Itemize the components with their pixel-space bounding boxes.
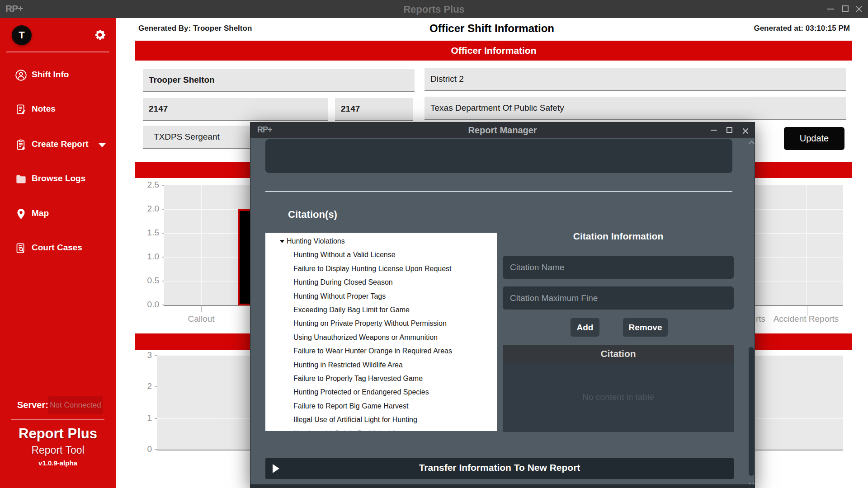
tree-item[interactable]: Failure to Display Hunting License Upon …: [265, 262, 482, 276]
close-icon: [855, 5, 863, 13]
citation-listbox: Hunting Violations Hunting Without a Val…: [265, 233, 497, 431]
folder-icon: [15, 173, 27, 185]
tree-item[interactable]: Hunting Without Proper Tags: [265, 290, 482, 303]
sidebar-item-notes[interactable]: Notes: [0, 99, 116, 119]
maximize-icon: [726, 127, 732, 133]
chart1-xlabel-callout: Callout: [179, 314, 224, 324]
sidebar-item-create-report[interactable]: Create Report: [0, 135, 116, 155]
tree-item[interactable]: Hunting with Bait in Prohibited Areas: [265, 427, 482, 431]
minimize-icon: [827, 9, 834, 9]
y-tick-label: 1: [125, 413, 152, 423]
tree-item-label: Hunting Without Proper Tags: [293, 290, 386, 303]
y-tick-mark: [162, 185, 164, 186]
sidebar-item-label: Notes: [32, 104, 56, 114]
citation-name-input[interactable]: [503, 256, 734, 279]
dialog-minimize-button[interactable]: [708, 124, 720, 136]
unit-number-field[interactable]: [335, 98, 413, 121]
tree-item-label: Hunting Without a Valid License: [293, 248, 396, 262]
tree-item-label: Hunting on Private Property Without Perm…: [293, 317, 447, 330]
tree-item-label: Hunting During Closed Season: [293, 276, 393, 289]
gridline-vertical: [201, 185, 202, 305]
generated-at-label: Generated at: 03:10:15 PM: [624, 24, 850, 33]
brand-subtitle: Report Tool: [0, 444, 116, 456]
district-field[interactable]: [425, 68, 846, 91]
sidebar-item-label: Create Report: [32, 139, 89, 149]
person-circle-icon: [15, 69, 27, 81]
dialog-close-button[interactable]: [739, 124, 751, 136]
y-tick-label: 0: [125, 444, 152, 454]
y-tick-label: 0.5: [132, 276, 159, 286]
citation-table: Citation No content in table: [503, 345, 734, 432]
tree-item-label: Hunting Protected or Endangered Species: [293, 385, 429, 399]
tree-item[interactable]: Failure to Properly Tag Harvested Game: [265, 372, 482, 385]
dialog-maximize-button[interactable]: [724, 124, 736, 136]
tree-item-label: Hunting in Restricted Wildlife Area: [293, 358, 403, 372]
minimize-icon: [711, 130, 717, 131]
tree-item[interactable]: Hunting on Private Property Without Perm…: [265, 317, 482, 330]
tree-item[interactable]: Hunting During Closed Season: [265, 276, 482, 289]
tree-root-hunting-violations[interactable]: Hunting Violations: [265, 235, 482, 248]
tree-item[interactable]: Illegal Use of Artificial Light for Hunt…: [265, 413, 482, 427]
court-doc-icon: [15, 242, 27, 254]
gear-icon[interactable]: [93, 28, 107, 42]
tree-item-label: Failure to Wear Hunter Orange in Require…: [293, 344, 452, 358]
tree-root-label: Hunting Violations: [287, 235, 345, 248]
tree-item[interactable]: Failure to Wear Hunter Orange in Require…: [265, 344, 482, 358]
citation-table-body: No content in table: [503, 362, 734, 432]
window-title: Reports Plus: [0, 4, 868, 15]
tree-item[interactable]: Using Unauthorized Weapons or Ammunition: [265, 331, 482, 344]
tree-item[interactable]: Hunting Protected or Endangered Species: [265, 385, 482, 399]
sidebar-item-map[interactable]: Map: [0, 204, 116, 224]
dialog-scrollbar-thumb[interactable]: [749, 347, 754, 476]
sidebar-item-label: Map: [32, 208, 49, 218]
tree-item-label: Failure to Report Big Game Harvest: [293, 399, 408, 413]
sidebar-item-shift-info[interactable]: Shift Info: [0, 65, 116, 85]
y-tick-label: 1.0: [132, 252, 159, 262]
table-empty-message: No content in table: [582, 392, 654, 402]
update-button[interactable]: Update: [784, 127, 844, 150]
officer-information-banner: Officer Information: [135, 41, 852, 61]
y-tick-label: 0.0: [132, 300, 159, 310]
add-button[interactable]: Add: [571, 318, 599, 337]
notes-icon: [15, 103, 27, 116]
tree-item-label: Using Unauthorized Weapons or Ammunition: [293, 331, 438, 344]
tree-item[interactable]: Hunting Without a Valid License: [265, 248, 482, 262]
tree-item[interactable]: Exceeding Daily Bag Limit for Game: [265, 303, 482, 317]
officer-name-field[interactable]: [143, 69, 415, 92]
tree-item[interactable]: Hunting in Restricted Wildlife Area: [265, 358, 482, 372]
sidebar-item-label: Browse Logs: [32, 174, 85, 183]
remove-button[interactable]: Remove: [623, 318, 668, 337]
chart1-xtick-callout: [201, 305, 202, 312]
close-button[interactable]: [852, 2, 866, 16]
department-field[interactable]: [425, 97, 846, 120]
server-label: Server:: [17, 400, 48, 410]
maximize-button[interactable]: [839, 2, 852, 16]
citation-information-heading: Citation Information: [503, 231, 734, 242]
tree-item-label: Hunting with Bait in Prohibited Areas: [293, 427, 410, 431]
badge-number-field[interactable]: [143, 98, 328, 121]
tree-item-label: Failure to Properly Tag Harvested Game: [293, 372, 423, 385]
y-tick-label: 2.5: [132, 180, 159, 190]
sidebar-divider-bottom: [11, 419, 104, 420]
y-tick-label: 2.0: [132, 204, 159, 214]
dialog-bottom-scrollbar[interactable]: [250, 484, 755, 488]
chevron-down-icon: [99, 143, 106, 147]
dialog-divider: [265, 191, 732, 192]
tree-item-label: Illegal Use of Artificial Light for Hunt…: [293, 413, 417, 427]
tree-item[interactable]: Failure to Report Big Game Harvest: [265, 399, 482, 413]
transfer-label: Transfer Information To New Report: [265, 462, 734, 473]
sidebar-divider-top: [6, 52, 109, 52]
close-icon: [742, 127, 750, 135]
minimize-button[interactable]: [824, 2, 837, 16]
sidebar-item-browse-logs[interactable]: Browse Logs: [0, 169, 116, 189]
avatar[interactable]: T: [12, 25, 32, 45]
maximize-icon: [842, 5, 849, 12]
dialog-scroll-up-icon[interactable]: [749, 141, 755, 146]
transfer-button[interactable]: Transfer Information To New Report: [265, 458, 734, 479]
tree-collapse-icon[interactable]: [280, 240, 284, 243]
report-notes-textarea[interactable]: [265, 139, 732, 173]
clipboard-plus-icon: [15, 139, 27, 151]
sidebar-item-court-cases[interactable]: Court Cases: [0, 238, 116, 258]
brand-title: Report Plus: [0, 426, 116, 442]
citation-max-fine-input[interactable]: [503, 286, 734, 310]
